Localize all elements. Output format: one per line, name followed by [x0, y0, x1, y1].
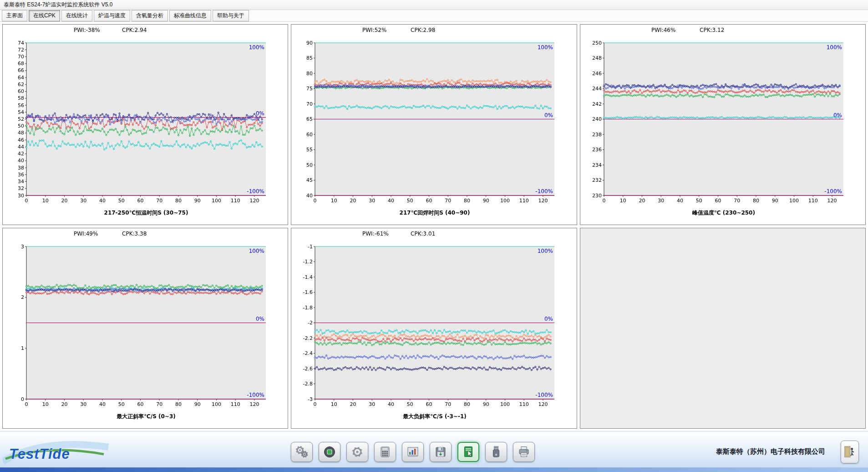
menu-bar: 主界面在线CPK在线统计炉温与速度含氧量分析标准曲线信息帮助与关于 [0, 10, 868, 22]
report-button[interactable] [402, 442, 424, 462]
chart-panel-4 [2, 228, 288, 429]
testtide-logo: TestTide [3, 434, 110, 470]
device-connect-button[interactable] [485, 442, 507, 462]
report-chart-icon [406, 445, 420, 459]
app-title: 泰斯泰特 ES24-7炉温实时监控系统软件 V5.0 [4, 1, 112, 9]
stop-icon [323, 445, 336, 459]
chart-canvas-4 [3, 228, 287, 427]
chart-canvas-5 [291, 228, 575, 427]
save-disk-icon [434, 445, 447, 459]
chart-panel-3 [580, 24, 866, 225]
chart-panel-5 [291, 228, 577, 429]
exit-button[interactable] [841, 441, 859, 463]
exit-door-icon [843, 444, 856, 460]
chart-canvas-3 [580, 25, 864, 224]
toolbar [291, 442, 535, 462]
system-config-button[interactable] [346, 442, 368, 462]
chart-panel-2 [291, 24, 577, 225]
tab-main-screen[interactable]: 主界面 [2, 10, 27, 21]
bottom-strip [0, 467, 868, 472]
curve-select-button[interactable] [457, 442, 479, 462]
curve-pick-icon [462, 445, 475, 459]
tab-help-about[interactable]: 帮助与关于 [213, 10, 249, 21]
tab-oxygen-analysis[interactable]: 含氧量分析 [132, 10, 168, 21]
charts-grid [0, 22, 868, 431]
tab-standard-curve-info[interactable]: 标准曲线信息 [169, 10, 211, 21]
company-name: 泰斯泰特（苏州）电子科技有限公司 [716, 447, 825, 456]
statistics-button[interactable] [374, 442, 396, 462]
empty-panel [580, 228, 866, 429]
usb-device-icon [489, 445, 503, 459]
printer-icon [517, 445, 531, 459]
title-bar: 泰斯泰特 ES24-7炉温实时监控系统软件 V5.0 [0, 0, 868, 10]
gear-icon [350, 445, 364, 459]
save-data-button[interactable] [430, 442, 452, 462]
stop-monitor-button[interactable] [319, 442, 340, 462]
app-window: 泰斯泰特 ES24-7炉温实时监控系统软件 V5.0 主界面在线CPK在线统计炉… [0, 0, 868, 472]
calculator-icon [378, 445, 392, 459]
chart-canvas-1 [3, 25, 287, 224]
tab-online-cpk[interactable]: 在线CPK [29, 10, 60, 21]
monitor-settings-button[interactable] [291, 442, 313, 462]
logo-text: TestTide [9, 446, 70, 462]
footer-bar: TestTide 泰斯泰特（苏州）电子科技有限公司 [0, 431, 868, 472]
gears-icon [295, 445, 309, 459]
chart-panel-1 [2, 24, 288, 225]
tab-online-stats[interactable]: 在线统计 [61, 10, 92, 21]
tab-furnace-temp-speed[interactable]: 炉温与速度 [94, 10, 130, 21]
chart-canvas-2 [291, 25, 575, 224]
print-button[interactable] [513, 442, 535, 462]
